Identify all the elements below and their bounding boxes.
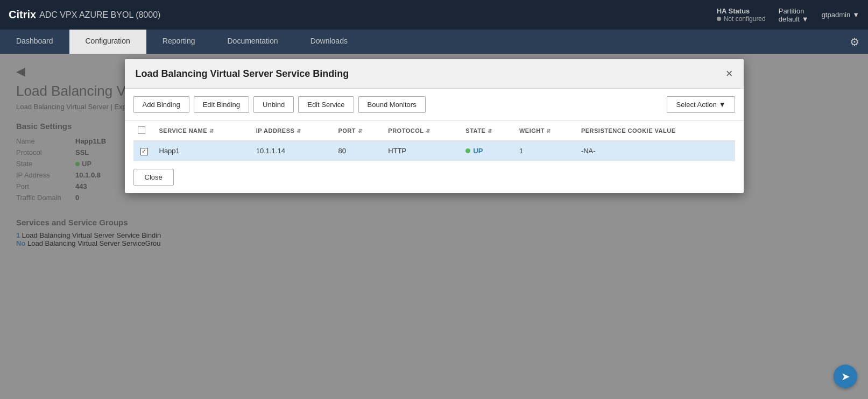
modal-header: Load Balancing Virtual Server Service Bi…: [125, 59, 744, 89]
partition-info: Partition default ▼: [779, 7, 809, 23]
topbar: Citrix ADC VPX AZURE BYOL (8000) HA Stat…: [0, 0, 868, 30]
partition-label: Partition: [779, 7, 805, 15]
fab-icon: ➤: [841, 370, 850, 383]
row-persistence-cookie: -NA-: [577, 141, 735, 161]
ha-dot-icon: [717, 17, 721, 21]
row-state: UP: [461, 141, 515, 161]
modal-dialog: Load Balancing Virtual Server Service Bi…: [125, 59, 744, 193]
col-state: STATE ⇵: [461, 121, 515, 141]
modal-footer: Close: [125, 161, 744, 193]
fab-button[interactable]: ➤: [834, 365, 857, 388]
tab-reporting[interactable]: Reporting: [146, 30, 211, 54]
brand-area: Citrix ADC VPX AZURE BYOL (8000): [9, 9, 160, 21]
col-port: PORT ⇵: [334, 121, 384, 141]
close-button[interactable]: Close: [133, 169, 174, 186]
ha-status: HA Status Not configured: [717, 7, 766, 23]
table-header: SERVICE NAME ⇵ IP ADDRESS ⇵ PORT ⇵: [133, 121, 735, 141]
row-service-name: Happ1: [155, 141, 252, 161]
ha-status-title: HA Status: [717, 7, 750, 15]
row-protocol: HTTP: [384, 141, 461, 161]
partition-value[interactable]: default ▼: [779, 15, 809, 23]
tab-documentation[interactable]: Documentation: [211, 30, 294, 54]
tab-downloads[interactable]: Downloads: [294, 30, 364, 54]
edit-binding-button[interactable]: Edit Binding: [194, 96, 249, 113]
select-all-checkbox[interactable]: [138, 126, 145, 134]
row-weight: 1: [515, 141, 577, 161]
modal-overlay: Load Balancing Virtual Server Service Bi…: [0, 54, 868, 399]
brand-rest: ADC VPX AZURE BYOL (8000): [39, 10, 160, 20]
main-content: ◀ Load Balancing Virtual Load Balancing …: [0, 54, 868, 399]
col-ip-address: IP ADDRESS ⇵: [252, 121, 334, 141]
ha-status-value: Not configured: [724, 15, 766, 23]
username-label: gtpadmin: [822, 11, 850, 19]
sort-protocol-icon[interactable]: ⇵: [426, 128, 431, 134]
select-action-chevron-icon: ▼: [719, 101, 726, 109]
user-menu[interactable]: gtpadmin ▼: [822, 11, 859, 19]
sort-state-icon[interactable]: ⇵: [488, 128, 492, 134]
edit-service-button[interactable]: Edit Service: [298, 96, 354, 113]
row-checkbox[interactable]: [140, 148, 148, 155]
row-ip-address: 10.1.1.14: [252, 141, 334, 161]
unbind-button[interactable]: Unbind: [253, 96, 294, 113]
brand-citrix: Citrix: [9, 9, 36, 21]
col-checkbox: [133, 121, 155, 141]
ha-status-sub: Not configured: [717, 15, 766, 23]
select-action-label: Select Action: [676, 101, 716, 109]
tab-configuration[interactable]: Configuration: [69, 30, 146, 54]
state-up-dot-icon: [465, 148, 470, 153]
state-up-cell: UP: [465, 147, 511, 155]
row-checkbox-cell: [133, 141, 155, 161]
tab-dashboard[interactable]: Dashboard: [0, 30, 69, 54]
col-weight: WEIGHT ⇵: [515, 121, 577, 141]
row-port: 80: [334, 141, 384, 161]
col-service-name: SERVICE NAME ⇵: [155, 121, 252, 141]
bound-monitors-button[interactable]: Bound Monitors: [358, 96, 426, 113]
modal-table-wrap: SERVICE NAME ⇵ IP ADDRESS ⇵ PORT ⇵: [125, 121, 744, 161]
col-persistence-cookie: PERSISTENCE COOKIE VALUE: [577, 121, 735, 141]
partition-chevron-icon: ▼: [802, 15, 809, 23]
table-body: Happ1 10.1.1.14 80 HTTP UP 1: [133, 141, 735, 161]
settings-icon[interactable]: ⚙: [841, 30, 868, 54]
add-binding-button[interactable]: Add Binding: [133, 96, 189, 113]
topbar-right: HA Status Not configured Partition defau…: [717, 7, 859, 23]
modal-title: Load Balancing Virtual Server Service Bi…: [136, 68, 349, 80]
sort-ip-address-icon[interactable]: ⇵: [297, 128, 301, 134]
modal-toolbar: Add Binding Edit Binding Unbind Edit Ser…: [125, 89, 744, 121]
table-row[interactable]: Happ1 10.1.1.14 80 HTTP UP 1: [133, 141, 735, 161]
bindings-table: SERVICE NAME ⇵ IP ADDRESS ⇵ PORT ⇵: [133, 121, 735, 161]
select-action-dropdown[interactable]: Select Action ▼: [667, 96, 735, 113]
col-protocol: PROTOCOL ⇵: [384, 121, 461, 141]
sort-port-icon[interactable]: ⇵: [358, 128, 363, 134]
modal-close-button[interactable]: ×: [726, 68, 733, 80]
user-chevron-icon: ▼: [852, 11, 859, 19]
sort-service-name-icon[interactable]: ⇵: [209, 128, 214, 134]
navtabs: Dashboard Configuration Reporting Docume…: [0, 30, 868, 54]
sort-weight-icon[interactable]: ⇵: [546, 128, 551, 134]
